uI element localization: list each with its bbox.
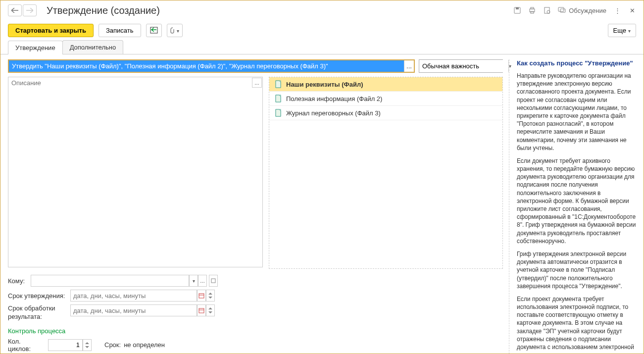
file-name: Журнал переговорных (Файл 3) [286,109,381,117]
cycles-wrap [48,339,92,351]
calendar-icon [198,307,204,313]
save-button[interactable]: Записать [99,24,141,37]
calendar-button[interactable] [197,290,206,302]
help-paragraph: Направьте руководителю организации на ут… [517,72,636,152]
file-name: Полезная информация (Файл 2) [286,95,382,102]
toolbar: Стартовать и закрыть Записать Еще [0,20,644,40]
approve-date-wrap [70,290,215,302]
help-paragraph: Если документ требует архивного хранения… [517,157,636,245]
svg-rect-8 [560,9,565,12]
calendar-icon [198,293,204,299]
open-icon [211,278,216,283]
file-item[interactable]: Наши реквизиты (Файл) [269,77,502,92]
to-row: Кому: … [8,275,503,287]
subject-ellipsis-button[interactable]: ... [404,60,414,72]
subject-wrapper: ... [8,59,415,73]
cycles-spinner[interactable] [83,339,92,351]
save-icon[interactable] [513,6,521,14]
approve-date-input[interactable] [70,290,197,302]
file-icon [274,95,282,102]
svg-rect-13 [211,279,215,283]
process-control-title: Контроль процесса [8,327,503,335]
files-list: Наши реквизиты (Файл) Полезная информаци… [269,77,503,269]
close-icon[interactable]: ✕ [628,6,636,14]
print-icon[interactable] [528,6,536,14]
help-panel: Как создать процесс "Утверждение" Направ… [509,59,636,354]
arrow-left-icon [11,8,18,13]
result-date-row: Срок обработки результата: [8,304,503,321]
nav-buttons [8,4,37,16]
left-column: ... … Наши реквизиты (Файл) Полезная инф… [8,59,503,354]
svg-rect-1 [516,7,519,9]
to-input[interactable] [31,275,189,287]
discuss-button[interactable]: Обсуждение [558,7,606,14]
svg-rect-14 [199,294,204,298]
calendar-button[interactable] [197,304,206,316]
redirect-button[interactable] [146,24,162,37]
term-value: не определен [124,341,165,349]
back-button[interactable] [8,4,22,16]
help-paragraph: Гриф утверждения электронной версии доку… [517,250,636,290]
header-actions: Обсуждение ⋮ ✕ [513,6,636,14]
approve-date-label: Срок утверждения: [8,292,67,300]
help-title: Как создать процесс "Утверждение" [517,59,636,67]
kebab-icon[interactable]: ⋮ [613,6,621,14]
spinner-button[interactable] [206,290,215,302]
result-date-wrap [70,304,215,316]
discuss-label: Обсуждение [569,7,606,14]
main-area: ... … Наши реквизиты (Файл) Полезная инф… [0,54,644,354]
to-label: Кому: [8,277,28,285]
file-icon [274,80,282,88]
spinner-button[interactable] [206,304,215,316]
report-icon[interactable] [543,6,551,14]
term-label: Срок: [104,341,121,349]
arrow-right-icon [26,8,33,13]
file-name: Наши реквизиты (Файл) [286,81,363,88]
form-section: Кому: … Срок утверждения: Срок обработки… [8,275,503,353]
redirect-icon [150,27,158,34]
more-button[interactable]: Еще [608,24,636,37]
description-wrapper: … [8,77,263,269]
result-date-label: Срок обработки результата: [8,304,67,321]
subject-input[interactable] [9,60,404,72]
cycles-label: Кол. циклов: [8,338,45,353]
to-input-wrap: … [31,275,218,287]
subject-row: ... [8,59,503,73]
file-item[interactable]: Полезная информация (Файл 2) [269,92,502,106]
importance-value[interactable] [419,60,508,72]
importance-select[interactable] [419,59,503,73]
tab-additional[interactable]: Дополнительно [62,40,124,54]
header-bar: Утверждение (создание) Обсуждение ⋮ ✕ [0,0,644,20]
chat-icon [558,7,566,14]
tab-approval[interactable]: Утверждение [8,41,63,54]
more-label: Еще [613,27,626,34]
forward-button[interactable] [23,4,37,16]
description-expand-button[interactable]: … [252,78,262,88]
file-icon [274,109,282,117]
start-close-button[interactable]: Стартовать и закрыть [8,24,94,37]
cycles-row: Кол. циклов: Срок: не определен [8,338,503,353]
help-paragraph: Если проект документа требует использова… [517,295,636,354]
tab-bar: Утверждение Дополнительно [0,40,644,54]
to-open-button[interactable] [209,275,218,287]
to-ellipsis-button[interactable]: … [198,275,207,287]
to-dropdown-button[interactable] [189,275,198,287]
page-title: Утверждение (создание) [47,5,513,16]
svg-rect-3 [531,7,534,9]
attach-button[interactable] [167,24,183,37]
content-row: … Наши реквизиты (Файл) Полезная информа… [8,77,503,269]
svg-rect-7 [558,7,564,11]
svg-rect-16 [199,308,204,313]
approve-date-row: Срок утверждения: [8,290,503,302]
file-item[interactable]: Журнал переговорных (Файл 3) [269,106,502,120]
result-date-input[interactable] [70,304,197,316]
cycles-input[interactable] [48,339,83,351]
paperclip-icon [170,27,176,34]
description-textarea[interactable] [8,77,263,267]
